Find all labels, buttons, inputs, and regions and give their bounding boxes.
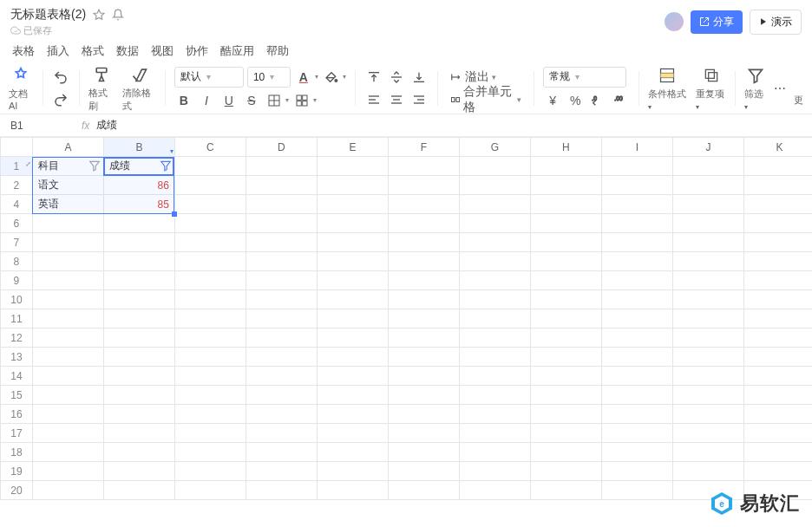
- filter-icon[interactable]: [160, 159, 172, 172]
- cell[interactable]: [459, 214, 530, 233]
- cell[interactable]: [530, 462, 601, 481]
- cell[interactable]: [743, 195, 812, 214]
- avatar[interactable]: [665, 12, 684, 31]
- font-size-select[interactable]: 10▾: [247, 67, 291, 88]
- cell[interactable]: 语文: [32, 176, 103, 195]
- cell[interactable]: [174, 252, 246, 271]
- cell[interactable]: [103, 214, 174, 233]
- cell[interactable]: [388, 271, 459, 290]
- align-left-icon[interactable]: [364, 90, 383, 109]
- cell[interactable]: [103, 252, 174, 271]
- cell[interactable]: [530, 252, 601, 271]
- cell[interactable]: [601, 233, 672, 252]
- redo-icon[interactable]: [51, 90, 70, 109]
- cell[interactable]: [672, 386, 743, 405]
- cell[interactable]: [601, 424, 672, 443]
- cell[interactable]: [317, 252, 388, 271]
- star-icon[interactable]: [93, 9, 105, 21]
- cell[interactable]: [601, 481, 672, 500]
- cell[interactable]: [246, 405, 317, 424]
- cell[interactable]: [743, 443, 812, 462]
- cell[interactable]: [388, 443, 459, 462]
- cell[interactable]: 成绩: [103, 157, 174, 176]
- borders-icon[interactable]: [265, 91, 284, 110]
- bell-icon[interactable]: [112, 9, 124, 21]
- decimal-dec-icon[interactable]: .0: [588, 91, 607, 110]
- cell[interactable]: [672, 233, 743, 252]
- decimal-inc-icon[interactable]: .00: [611, 91, 630, 110]
- cell[interactable]: [388, 424, 459, 443]
- cell[interactable]: [530, 443, 601, 462]
- cell[interactable]: [103, 329, 174, 348]
- cell[interactable]: [459, 348, 530, 367]
- cell[interactable]: [672, 290, 743, 309]
- italic-icon[interactable]: I: [197, 91, 216, 110]
- filter-tool[interactable]: 筛选 ▾: [741, 65, 770, 111]
- menu-collab[interactable]: 协作: [186, 43, 208, 59]
- cell[interactable]: [530, 424, 601, 443]
- col-header-H[interactable]: H: [530, 138, 601, 157]
- currency-icon[interactable]: ¥: [543, 91, 562, 110]
- font-family-select[interactable]: 默认▾: [174, 67, 244, 88]
- cell[interactable]: [246, 386, 317, 405]
- row-header[interactable]: 19: [1, 462, 33, 481]
- row-header[interactable]: 18: [1, 443, 33, 462]
- cell[interactable]: [174, 176, 246, 195]
- cell[interactable]: [388, 195, 459, 214]
- cell[interactable]: [317, 405, 388, 424]
- col-header-J[interactable]: J: [672, 138, 743, 157]
- row-header[interactable]: 9: [1, 271, 33, 290]
- col-header-I[interactable]: I: [601, 138, 672, 157]
- row-header[interactable]: 12: [1, 329, 33, 348]
- cell[interactable]: [388, 386, 459, 405]
- cell[interactable]: [672, 214, 743, 233]
- cell[interactable]: [174, 386, 246, 405]
- col-header-A[interactable]: A: [32, 138, 103, 157]
- cell[interactable]: [32, 214, 103, 233]
- menu-insert[interactable]: 插入: [47, 43, 69, 59]
- cell[interactable]: [743, 309, 812, 329]
- cell[interactable]: [601, 252, 672, 271]
- cell[interactable]: [459, 271, 530, 290]
- align-top-icon[interactable]: [364, 68, 383, 87]
- cell[interactable]: [743, 405, 812, 424]
- cell[interactable]: 86: [103, 176, 174, 195]
- cell[interactable]: [459, 195, 530, 214]
- col-header-C[interactable]: C: [174, 138, 246, 157]
- cell[interactable]: [743, 367, 812, 386]
- cell[interactable]: [459, 329, 530, 348]
- cell[interactable]: [672, 195, 743, 214]
- cell[interactable]: [743, 462, 812, 481]
- cell[interactable]: [672, 443, 743, 462]
- cell[interactable]: [601, 462, 672, 481]
- cell[interactable]: [317, 443, 388, 462]
- cell[interactable]: [743, 424, 812, 443]
- cell[interactable]: [672, 271, 743, 290]
- cell[interactable]: [530, 214, 601, 233]
- cell[interactable]: [672, 157, 743, 176]
- menu-format[interactable]: 格式: [82, 43, 104, 59]
- cell[interactable]: [743, 176, 812, 195]
- col-header-G[interactable]: G: [459, 138, 530, 157]
- cell[interactable]: 科目: [32, 157, 103, 176]
- cell[interactable]: [388, 367, 459, 386]
- cell[interactable]: [317, 481, 388, 500]
- cell[interactable]: [388, 405, 459, 424]
- cell[interactable]: [530, 271, 601, 290]
- row-header[interactable]: 16: [1, 405, 33, 424]
- cell[interactable]: [174, 214, 246, 233]
- cell[interactable]: [459, 233, 530, 252]
- cell[interactable]: 85: [103, 195, 174, 214]
- cell[interactable]: [459, 290, 530, 309]
- cell[interactable]: [32, 424, 103, 443]
- cell[interactable]: [103, 443, 174, 462]
- menu-view[interactable]: 视图: [151, 43, 174, 59]
- cell[interactable]: [672, 252, 743, 271]
- row-header[interactable]: 1⤢: [1, 157, 33, 176]
- menu-data[interactable]: 数据: [116, 43, 139, 59]
- cell[interactable]: [530, 367, 601, 386]
- cell[interactable]: [743, 157, 812, 176]
- cell[interactable]: [174, 443, 246, 462]
- cell[interactable]: [246, 195, 317, 214]
- cell[interactable]: [459, 309, 530, 329]
